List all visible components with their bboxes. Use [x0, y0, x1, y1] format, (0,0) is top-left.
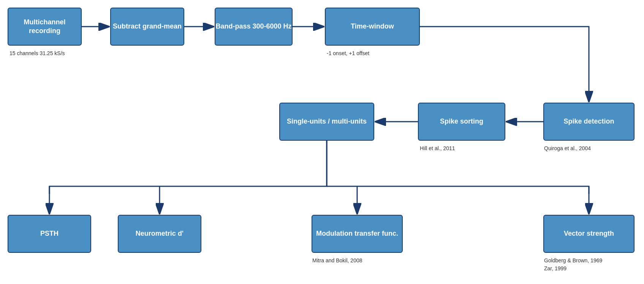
box-spikesorting: Spike sorting — [418, 103, 505, 141]
box-vectorstrength: Vector strength — [543, 215, 635, 253]
box-modulation: Modulation transfer func. — [312, 215, 403, 253]
annotation-timewindow: -1 onset, +1 offset — [327, 49, 369, 57]
annotation-goldberg: Goldberg & Brown, 1969Zar, 1999 — [544, 257, 602, 273]
box-multichannel: Multichannel recording — [8, 8, 82, 46]
box-neurometric: Neurometric d' — [118, 215, 201, 253]
box-bandpass: Band-pass 300-6000 Hz — [215, 8, 293, 46]
annotation-quiroga: Quiroga et al., 2004 — [544, 144, 591, 152]
box-timewindow: Time-window — [325, 8, 420, 46]
box-spikedetect: Spike detection — [543, 103, 635, 141]
annotation-mitra: Mitra and Bokil, 2008 — [312, 257, 362, 265]
diagram: Multichannel recording Subtract grand-me… — [0, 0, 644, 284]
box-psth: PSTH — [8, 215, 91, 253]
annotation-channels: 15 channels 31.25 kS/s — [9, 49, 65, 57]
box-subtract: Subtract grand-mean — [110, 8, 184, 46]
annotation-hill: Hill et al., 2011 — [420, 144, 455, 152]
box-singleunits: Single-units / multi-units — [279, 103, 374, 141]
